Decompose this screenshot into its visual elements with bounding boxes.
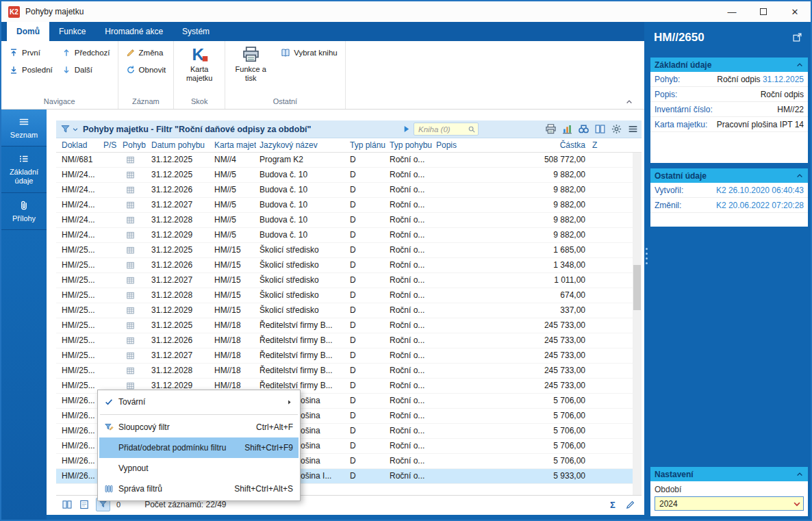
menu-item-sprava-filtru[interactable]: Správa filtrůShift+Ctrl+Alt+S (99, 479, 299, 499)
maximize-button[interactable] (748, 1, 779, 22)
vertical-scrollbar[interactable] (633, 153, 642, 495)
table-row[interactable]: HM//24...31.12.2028HM//5Budova č. 10DRoč… (56, 213, 642, 228)
ribbon-button-vybrat-knihu[interactable]: Vybrat knihu (277, 44, 341, 61)
run-filter-icon[interactable] (402, 125, 411, 134)
table-row[interactable]: HM//25...31.12.2025HM//15Školicí středis… (56, 243, 642, 258)
panel-splitter[interactable] (646, 248, 648, 264)
column-header-datum-pohybu[interactable]: Datum pohybu (148, 138, 211, 152)
table-row[interactable]: HM//24...31.12.2029HM//5Budova č. 10DRoč… (56, 228, 642, 243)
tab-funkce[interactable]: Funkce (49, 22, 95, 41)
column-header-pohyb[interactable]: Pohyb (119, 138, 148, 152)
cell-castka: 5 706,00 (522, 394, 589, 408)
chart-icon[interactable] (561, 123, 573, 135)
detail-card-ostatni-udaje: Ostatní údajeVytvořil:K2 26.10.2020 06:4… (650, 168, 808, 227)
table-row[interactable]: HM//25...31.12.2025HM//18Ředitelství fir… (56, 318, 642, 333)
table-row[interactable]: HM//24...31.12.2027HM//5Budova č. 10DRoč… (56, 198, 642, 213)
table-row[interactable]: HM//24...31.12.2025HM//5Budova č. 10DRoč… (56, 168, 642, 183)
submenu-arrow-icon (286, 398, 293, 406)
ribbon-button-predchozi[interactable]: Předchozí (58, 44, 114, 61)
table-row[interactable]: HM//25...31.12.2028HM//15Školicí středis… (56, 288, 642, 303)
column-header-typ-planu[interactable]: Typ plánu (346, 138, 386, 152)
titlebar: K2 Pohyby majetku — ✕ (1, 1, 811, 22)
ribbon-button-posledni[interactable]: Poslední (5, 61, 56, 78)
column-header-popis[interactable]: Popis (433, 138, 522, 152)
cell-z (589, 228, 607, 242)
tab-system[interactable]: Systém (173, 22, 219, 41)
cell-nazev: Školicí středisko (256, 243, 346, 257)
card-header[interactable]: Základní údaje (650, 58, 808, 72)
sidebar-item-seznam[interactable]: Seznam (1, 110, 47, 147)
cell-doklad: HM//25... (56, 288, 100, 303)
ribbon-button-prvni[interactable]: První (5, 44, 56, 61)
ribbon-button-zmena[interactable]: Změna (123, 44, 167, 61)
column-header-p-s[interactable]: P/S (100, 138, 119, 152)
table-row[interactable]: HM//24...31.12.2026HM//5Budova č. 10DRoč… (56, 183, 642, 198)
cell-karta: HM//5 (211, 198, 256, 212)
columns-icon[interactable] (594, 123, 606, 135)
cell-datum: 31.12.2025 (148, 153, 211, 167)
sum-icon[interactable]: Σ (608, 499, 619, 510)
ribbon-button-funkce-a-tisk[interactable]: Funkce a tisk (229, 44, 272, 84)
cell-plan: D (346, 409, 386, 423)
menu-item-tovarni[interactable]: Tovární (99, 392, 299, 412)
table-row[interactable]: NM//68131.12.2025NM//4Program K2DRoční o… (56, 153, 642, 168)
menu-separator (100, 414, 298, 415)
cell-plan: D (346, 183, 386, 197)
print-icon[interactable] (545, 123, 557, 135)
menu-icon[interactable] (627, 123, 639, 135)
ribbon-button-karta-majetku[interactable]: KKarta majetku (178, 44, 220, 84)
table-row[interactable]: HM//25...31.12.2028HM//18Ředitelství fir… (56, 364, 642, 379)
sidebar-item-zakladni-udaje[interactable]: Základní údaje (1, 147, 47, 192)
tab-domu[interactable]: Domů (7, 22, 49, 41)
settings-card-header[interactable]: Nastavení (650, 467, 808, 481)
collapse-ribbon-icon[interactable] (625, 98, 633, 106)
cell-typ-pohybu: Roční o... (386, 454, 433, 468)
column-header-castka[interactable]: Částka (522, 138, 589, 152)
table-row[interactable]: HM//25...31.12.2026HM//15Školicí středis… (56, 258, 642, 273)
ribbon-button-obnovit[interactable]: Obnovit (123, 61, 170, 78)
table-row[interactable]: HM//25...31.12.2027HM//15Školicí středis… (56, 273, 642, 288)
cell-typ-pohybu: Roční o... (386, 213, 433, 227)
menu-item-pridat-odebrat-podminku-filtru[interactable]: Přidat/odebrat podmínku filtruShift+Ctrl… (99, 437, 299, 458)
record-id: HM//2650 (654, 31, 705, 45)
close-button[interactable]: ✕ (779, 1, 811, 22)
advanced-search-icon[interactable] (578, 123, 589, 135)
scrollbar-thumb[interactable] (633, 265, 641, 310)
sidebar-item-prilohy[interactable]: Přílohy (1, 193, 47, 230)
cell-datum: 31.12.2027 (148, 348, 211, 363)
view-list-icon[interactable] (62, 499, 73, 510)
card-header[interactable]: Ostatní údaje (650, 168, 808, 183)
filter-dropdown[interactable] (60, 124, 79, 134)
table-row[interactable]: HM//25...31.12.2026HM//18Ředitelství fir… (56, 333, 642, 348)
external-link-icon[interactable] (792, 32, 802, 42)
menu-item-vypnout[interactable]: Vypnout (99, 458, 299, 479)
period-input[interactable]: 2024 (655, 496, 804, 511)
ribbon: PrvníPředchozíPosledníDalšíNavigaceZměna… (1, 41, 644, 110)
cell-doklad: HM//25... (56, 364, 100, 378)
cell-doklad: HM//26... (56, 454, 100, 468)
table-row[interactable]: HM//25...31.12.2029HM//15Školicí středis… (56, 303, 642, 318)
column-header-karta-majet[interactable]: Karta majet... (211, 138, 256, 152)
arrow-up-bar-icon (9, 48, 18, 58)
ribbon-button-dalsi[interactable]: Další (58, 61, 114, 78)
settings-gear-icon[interactable] (611, 123, 622, 135)
cell-doklad: HM//26... (56, 424, 100, 438)
minimize-button[interactable]: — (716, 1, 748, 22)
edit-icon[interactable] (625, 499, 636, 510)
cell-doklad: NM//681 (56, 153, 100, 167)
tab-hromadne-akce[interactable]: Hromadné akce (95, 22, 173, 41)
book-search-input[interactable]: Kniha (0) (414, 123, 479, 136)
chevron-down-icon[interactable] (792, 499, 802, 509)
menu-item-sloupcovy-filtr[interactable]: Sloupcový filtrCtrl+Alt+F (99, 417, 299, 437)
column-header-typ-pohybu[interactable]: Typ pohybu (386, 138, 433, 152)
column-header-doklad[interactable]: Doklad (56, 138, 100, 152)
search-icon (468, 125, 476, 134)
view-card-icon[interactable] (79, 499, 90, 510)
ribbon-group-label: Ostatní (229, 97, 341, 109)
column-header-z[interactable]: Z (589, 138, 607, 152)
cell-typ-pohybu: Roční o... (386, 379, 433, 393)
filter-count: 0 (116, 500, 120, 509)
column-header-jazykovy-nazev[interactable]: Jazykový název (256, 138, 346, 152)
table-row[interactable]: HM//25...31.12.2027HM//18Ředitelství fir… (56, 348, 642, 364)
arrow-up-icon (62, 48, 71, 58)
